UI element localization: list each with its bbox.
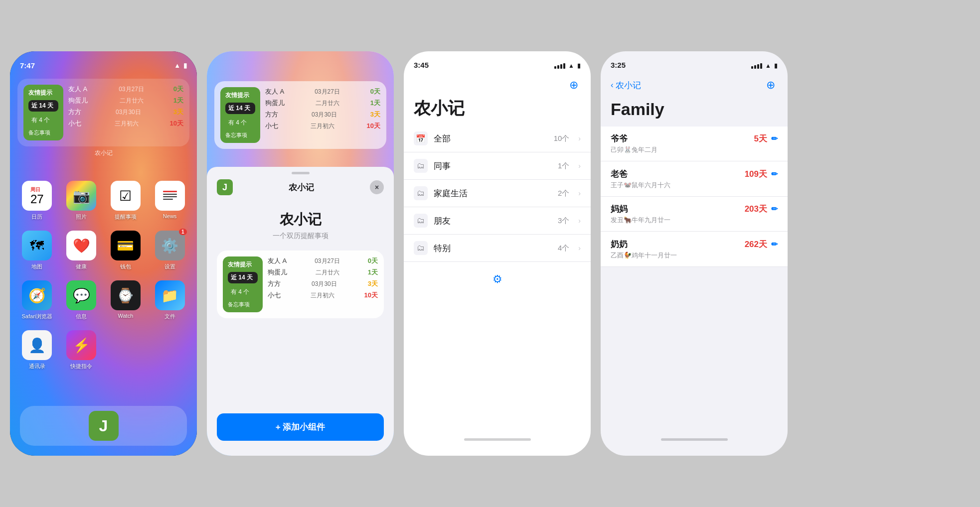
widget-app-name: 农小记: [17, 149, 189, 157]
app-shortcuts[interactable]: ⚡ 快捷指令: [62, 330, 101, 370]
time-phone3: 3:45: [414, 61, 429, 69]
widget-row-1: 友人 A 03月27日 0天: [68, 85, 183, 94]
friends-icon: 🗂: [414, 214, 428, 228]
add-contact-button[interactable]: ⊕: [764, 78, 778, 92]
contact-grandpa-sub: 己卯🐰兔年二月: [611, 145, 778, 154]
list-item-special-label: 特别: [434, 243, 552, 254]
widget-left-col: 友情提示 近 14 天 有 4 个 备忘事项: [23, 85, 63, 140]
dock: J: [20, 406, 187, 446]
phone2-widget-preview-bg: 友情提示 近 14 天 有 4 个 备忘事项 友人 A 03月27日 0天 狗蛋…: [214, 81, 386, 149]
contact-grandma[interactable]: 奶奶 262天 ✏ 乙酉🐓鸡年十一月廿一: [601, 232, 788, 267]
special-icon: 🗂: [414, 241, 428, 255]
back-button[interactable]: ‹ 农小记: [611, 80, 641, 91]
svg-rect-1: [163, 191, 177, 192]
detail-title: Family: [601, 97, 788, 127]
battery-icon-phone4: ▮: [774, 62, 778, 69]
widget-reminders: 备忘事项: [28, 129, 58, 136]
app-maps[interactable]: 🗺 地图: [17, 231, 57, 270]
contact-dad[interactable]: 老爸 109天 ✏ 王子🐭鼠年六月十六: [601, 162, 788, 197]
back-chevron-icon: ‹: [611, 80, 614, 90]
list-item-all[interactable]: 📅 全部 10个 ›: [404, 125, 591, 152]
widget-row-3: 方方 03月30日 3天: [68, 108, 183, 117]
nav-bar-phone3: ⊕: [404, 73, 591, 97]
home-indicator-phone4: [601, 433, 788, 446]
contact-mom-actions: 203天 ✏: [745, 203, 778, 215]
edit-icon-dad[interactable]: ✏: [771, 169, 778, 179]
sheet-widget-rows: 友人 A 03月27日 0天 狗蛋儿 二月廿六 1天 方方 03月30日 3天 …: [268, 256, 378, 312]
contact-grandpa-actions: 5天 ✏: [754, 133, 778, 144]
list-item-special-count: 4个: [558, 244, 569, 253]
list-item-special[interactable]: 🗂 特别 4个 ›: [404, 235, 591, 262]
contact-section: 爷爷 5天 ✏ 己卯🐰兔年二月 老爸 109天 ✏ 王子🐭鼠年六月十六: [601, 127, 788, 267]
app-files[interactable]: 📁 文件: [150, 280, 189, 320]
app-photos[interactable]: 📷 照片: [62, 181, 101, 221]
app-news[interactable]: News: [150, 181, 189, 221]
sheet-widget-preview: 友情提示 近 14 天 有 4 个 备忘事项 友人 A 03月27日 0天 狗蛋…: [217, 251, 384, 318]
list-item-coworkers-count: 1个: [558, 161, 569, 171]
contact-grandpa[interactable]: 爷爷 5天 ✏ 己卯🐰兔年二月: [601, 127, 788, 161]
app-calendar[interactable]: 周日27 日历: [17, 181, 57, 221]
edit-icon-mom[interactable]: ✏: [771, 204, 778, 214]
svg-rect-2: [163, 194, 177, 195]
settings-icon[interactable]: ⚙: [490, 272, 505, 287]
list-section-phone3: 📅 全部 10个 › 🗂 同事 1个 › 🗂 家庭生活 2个 › 🗂 朋友 3个…: [404, 125, 591, 262]
battery-icon-phone3: ▮: [577, 62, 581, 69]
widget-badge-4: 有 4 个: [28, 115, 58, 126]
time-display: 7:47: [20, 61, 35, 70]
edit-icon-grandpa[interactable]: ✏: [771, 134, 778, 143]
phone2-widget-edit: 友情提示 近 14 天 有 4 个 备忘事项 友人 A 03月27日 0天 狗蛋…: [207, 51, 394, 456]
list-item-coworkers[interactable]: 🗂 同事 1个 ›: [404, 152, 591, 180]
list-item-friends-count: 3个: [558, 216, 569, 226]
svg-rect-0: [161, 187, 179, 205]
friendship-widget[interactable]: 友情提示 近 14 天 有 4 个 备忘事项 友人 A 03月27日 0天 狗蛋…: [17, 79, 189, 157]
chevron-icon-special: ›: [578, 244, 581, 252]
app-reminders[interactable]: ☑ 提醒事项: [106, 181, 146, 221]
sheet-app-title: 农小记: [289, 182, 314, 193]
contact-grandma-sub: 乙酉🐓鸡年十一月廿一: [611, 251, 778, 260]
app-messages[interactable]: 💬 信息: [62, 280, 101, 320]
wifi-icon: ▲: [174, 62, 180, 69]
wifi-icon-phone3: ▲: [568, 62, 574, 69]
app-grid: 周日27 日历 📷 照片 ☑ 提醒事项 News 🗺 地图 ❤️ 健康 �: [17, 181, 189, 370]
app-contacts[interactable]: 👤 通讯录: [17, 330, 57, 370]
list-item-family-life[interactable]: 🗂 家庭生活 2个 ›: [404, 180, 591, 207]
list-item-family-life-count: 2个: [558, 189, 569, 198]
widget-title: 友情提示: [28, 89, 58, 97]
app-watch[interactable]: ⌚ Watch: [106, 280, 146, 320]
app-health[interactable]: ❤️ 健康: [62, 231, 101, 270]
sheet-app-name-large: 农小记: [217, 210, 384, 229]
battery-icon: ▮: [183, 62, 187, 69]
status-icons-phone3: ▲ ▮: [554, 62, 581, 69]
status-icons-phone4: ▲ ▮: [751, 62, 778, 69]
contact-grandma-name: 奶奶 262天 ✏: [611, 239, 778, 250]
svg-rect-4: [163, 199, 173, 200]
contact-mom[interactable]: 妈妈 203天 ✏ 发丑🐂牛年九月廿一: [601, 197, 788, 232]
dock-app-j[interactable]: J: [89, 411, 119, 441]
contact-dad-sub: 王子🐭鼠年六月十六: [611, 181, 778, 190]
home-indicator: [464, 438, 531, 441]
back-label: 农小记: [616, 80, 641, 91]
list-item-family-life-label: 家庭生活: [434, 188, 552, 199]
app-safari[interactable]: 🧭 Safari浏览器: [17, 280, 57, 320]
detail-nav: ‹ 农小记 ⊕: [601, 73, 788, 97]
list-item-coworkers-label: 同事: [434, 160, 552, 172]
signal-icon-phone4: [751, 63, 762, 69]
list-item-friends[interactable]: 🗂 朋友 3个 ›: [404, 207, 591, 235]
edit-icon-grandma[interactable]: ✏: [771, 240, 778, 249]
app-wallet[interactable]: 💳 钱包: [106, 231, 146, 270]
sheet-handle: [292, 172, 310, 174]
widget-row-4: 小七 三月初六 10天: [68, 119, 183, 128]
sheet-close-button[interactable]: ×: [370, 180, 384, 194]
sheet-app-desc: 一个双历提醒事项: [217, 232, 384, 241]
add-widget-button[interactable]: + 添加小组件: [217, 413, 384, 441]
sheet-header: J 农小记 ×: [207, 177, 394, 200]
list-item-friends-label: 朋友: [434, 215, 552, 227]
family-life-icon: 🗂: [414, 186, 428, 200]
phone2-widget-left: 友情提示 近 14 天 有 4 个 备忘事项: [220, 87, 260, 143]
chevron-icon-coworkers: ›: [578, 162, 581, 170]
add-button-phone3[interactable]: ⊕: [567, 78, 581, 92]
app-settings[interactable]: 1⚙️ 设置: [150, 231, 189, 270]
home-indicator-4: [661, 438, 728, 441]
chevron-icon-all: ›: [578, 134, 581, 142]
contact-mom-name: 妈妈 203天 ✏: [611, 203, 778, 215]
